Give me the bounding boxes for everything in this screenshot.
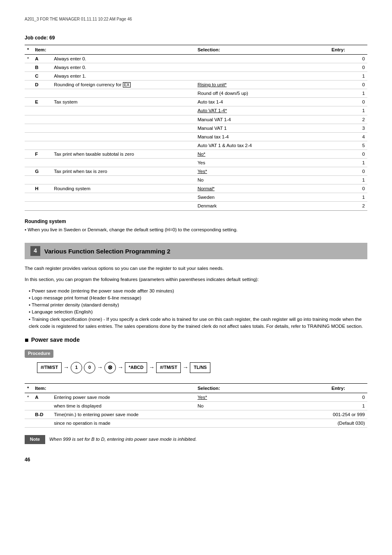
ps-row-desc: Entering power save mode [51,393,195,401]
list-item: Power save mode (entering the power save… [29,288,367,295]
rounding-note-text: • When you live in Sweden or Denmark, ch… [25,226,367,233]
row-entry: 0 [329,184,367,193]
row-star [25,124,32,132]
row-star [25,72,32,81]
row-star [25,132,32,141]
section4-intro: The cash register provides various optio… [25,265,367,272]
row-desc: Tax print when tax is zero [51,167,195,176]
row-selection: Normal* [195,184,329,193]
row-desc: Always enter 0. [51,63,195,71]
row-star [25,167,32,176]
ps-col-entry: Entry: [329,383,367,393]
flow-box: *ABCD [125,362,147,373]
row-item: F [32,150,51,158]
row-star: * [25,54,32,63]
row-selection: Round off (4 down/5 up) [195,89,329,98]
row-entry: 0 [329,63,367,71]
ps-row-star [25,402,32,410]
table-row: FTax print when taxable subtotal is zero… [25,150,367,158]
row-star [25,89,32,98]
row-star [25,63,32,71]
table-row: Manual tax 1-44 [25,132,367,141]
table-row: Auto VAT 1 & Auto tax 2-45 [25,141,367,150]
row-selection: Sweden [195,193,329,202]
row-desc [51,115,195,124]
row-selection [195,72,329,81]
table-row: Sweden1 [25,193,367,202]
row-item [32,115,51,124]
row-desc [51,193,195,202]
row-item [32,124,51,132]
row-selection: Manual tax 1-4 [195,132,329,141]
ps-row-sel: No [195,402,329,410]
flow-circle: 0 [84,362,95,373]
ps-row-item: A [32,393,51,401]
row-desc [51,141,195,150]
row-desc: Always enter 1. [51,72,195,81]
row-entry: 1 [329,176,367,184]
section4-title: Various Function Selection Programming 2 [44,247,171,256]
page-header: A201_3 FOR THE MANAGER 01.11.11 10:22 AM… [25,16,367,22]
table-row: CAlways enter 1.1 [25,72,367,81]
ps-row-entry: 1 [329,402,367,410]
row-desc: Tax print when taxable subtotal is zero [51,150,195,158]
row-item: A [32,54,51,63]
table-row: HRounding systemNormal*0 [25,184,367,193]
col-header-entry: Entry: [329,45,367,54]
row-entry: 0 [329,54,367,63]
flow-arrow: → [63,364,69,372]
ps-row-desc: when time is displayed [51,402,195,410]
row-desc: Tax system [51,98,195,106]
row-item: D [32,81,51,89]
flow-box: #/TM/ST [156,362,181,373]
table-row: Auto VAT 1-4*1 [25,106,367,115]
row-entry: 0 [329,98,367,106]
ps-col-star: * [25,383,32,393]
ps-row-entry: 001-254 or 999 [329,410,367,419]
row-selection [195,54,329,63]
ps-row-sel: Yes* [195,393,329,401]
table-row: BAlways enter 0.0 [25,63,367,71]
row-entry: 0 [329,81,367,89]
row-entry: 1 [329,159,367,167]
row-entry: 0 [329,167,367,176]
power-save-table: * Item: Selection: Entry: *AEntering pow… [25,383,367,428]
note-text: When 999 is set for B to D, entering int… [49,435,197,442]
row-item [32,193,51,202]
row-item [32,202,51,210]
row-desc: Rounding system [51,184,195,193]
job-code-table: * Item: Selection: Entry: *AAlways enter… [25,45,367,211]
row-item [32,132,51,141]
row-item: G [32,167,51,176]
row-selection: Denmark [195,202,329,210]
row-item [32,176,51,184]
row-selection: Manual VAT 1 [195,124,329,132]
ps-row-entry: (Default 030) [329,419,367,428]
row-star [25,106,32,115]
ps-row-item [32,419,51,428]
row-selection: Rising to unit* [195,81,329,89]
ps-row-sel [195,419,329,428]
table-row: *AAlways enter 0.0 [25,54,367,63]
ps-col-item: Item: [32,383,51,393]
row-star [25,176,32,184]
list-item: Thermal printer density (standard densit… [29,302,367,309]
row-entry: 2 [329,202,367,210]
row-entry: 1 [329,72,367,81]
procedure-label: Procedure [25,350,53,357]
row-item [32,141,51,150]
row-selection: Auto tax 1-4 [195,98,329,106]
row-desc [51,106,195,115]
row-entry: 1 [329,106,367,115]
row-star [25,141,32,150]
job-code-label: Job code: 69 [25,35,367,41]
row-star [25,98,32,106]
table-row: when time is displayedNo1 [25,402,367,410]
ps-row-item [32,402,51,410]
row-entry: 1 [329,89,367,98]
flow-arrow: → [182,364,188,372]
list-item: Language selection (English) [29,309,367,315]
page-number: 46 [25,456,367,463]
ps-row-star [25,410,32,419]
row-entry: 2 [329,115,367,124]
